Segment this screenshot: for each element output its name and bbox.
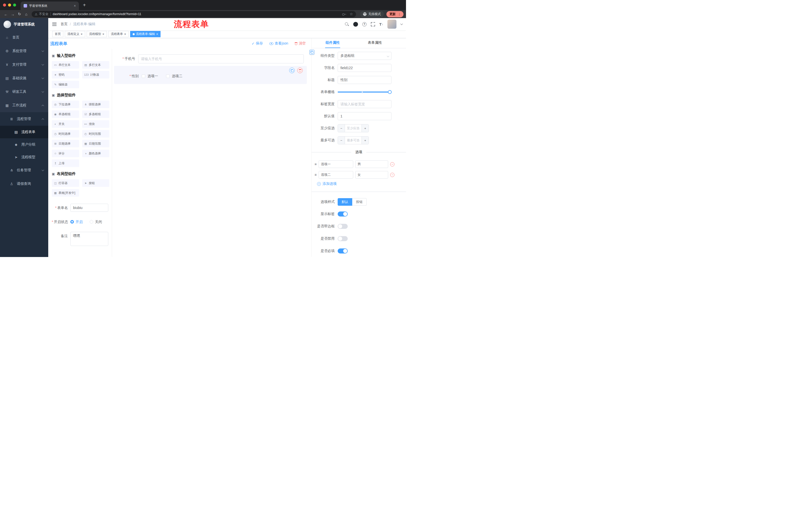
drag-handle-icon[interactable]: ≡ xyxy=(315,162,317,166)
sidebar-item-devtools[interactable]: ⚒ 研发工具 xyxy=(0,85,48,99)
phone-input[interactable] xyxy=(138,54,304,63)
style-default-button[interactable]: 默认 xyxy=(338,198,352,206)
home-browser-icon[interactable]: ⌂ xyxy=(23,11,30,17)
bookmark-star-icon[interactable]: ☆ xyxy=(350,12,353,16)
clear-button[interactable]: 清空 xyxy=(295,41,306,46)
update-button[interactable]: 更新 ⋮ xyxy=(386,11,404,17)
tab-component-properties[interactable]: 组件属性 xyxy=(312,38,354,48)
sidebar-item-workflow[interactable]: ▦ 工作流程 xyxy=(0,99,48,112)
canvas-field-gender-selected[interactable]: 性别 选项一 选项二 xyxy=(114,66,307,84)
sidebar-item-process-form[interactable]: ▤ 流程表单 xyxy=(0,126,48,138)
component-single-line-text[interactable]: ▭单行文本 xyxy=(52,61,79,69)
canvas-field-phone[interactable]: 手机号 xyxy=(114,54,307,63)
sidebar-item-task-management[interactable]: ⋔ 任务管理 xyxy=(0,163,48,177)
slider-handle[interactable] xyxy=(388,90,392,94)
tag-process-definition[interactable]: 流程定义 × xyxy=(65,31,85,37)
field-name-input[interactable] xyxy=(338,64,392,72)
password-key-icon[interactable] xyxy=(342,13,346,15)
copy-link-button[interactable] xyxy=(310,50,314,55)
search-icon[interactable] xyxy=(345,22,349,26)
decrease-button[interactable]: − xyxy=(338,137,345,144)
tab-close-icon[interactable]: × xyxy=(74,4,76,8)
component-password[interactable]: ∗密码 xyxy=(52,71,79,78)
component-rate[interactable]: ☆评分 xyxy=(52,150,79,157)
browser-menu-icon[interactable]: ⋮ xyxy=(398,12,401,16)
component-time-picker[interactable]: ◷时间选择 xyxy=(52,130,79,138)
label-width-input[interactable] xyxy=(338,100,392,108)
tag-close-icon[interactable]: × xyxy=(81,32,83,36)
gender-option-1-checkbox[interactable]: 选项一 xyxy=(142,74,158,78)
tag-home[interactable]: 首页 xyxy=(52,31,63,37)
status-off-radio[interactable]: 关闭 xyxy=(90,218,102,226)
github-icon[interactable] xyxy=(353,22,358,27)
component-checkbox-group[interactable]: ☑多选框组 xyxy=(82,110,110,118)
component-multi-line-text[interactable]: ▤多行文本 xyxy=(82,61,110,69)
component-upload[interactable]: ↥上传 xyxy=(52,159,79,167)
help-icon[interactable]: ? xyxy=(362,22,367,26)
component-switch[interactable]: ◐开关 xyxy=(52,120,79,128)
drag-handle-icon[interactable]: ≡ xyxy=(315,173,317,177)
remove-option-button[interactable]: − xyxy=(390,162,395,166)
gender-option-2-checkbox[interactable]: 选项二 xyxy=(166,74,182,78)
default-value-input[interactable] xyxy=(338,112,392,120)
component-row-container[interactable]: ◫行容器 xyxy=(52,179,79,187)
sidebar-logo[interactable]: 芋道管理系统 xyxy=(0,18,48,31)
sidebar-item-user-groups[interactable]: ☻ 用户分组 xyxy=(0,138,48,151)
breadcrumb-home[interactable]: 首页 xyxy=(61,22,67,26)
form-grid-slider[interactable] xyxy=(338,88,392,96)
component-cascader[interactable]: ⋔级联选择 xyxy=(82,101,110,108)
increase-button[interactable]: + xyxy=(361,125,369,132)
component-date-range[interactable]: ▦日期范围 xyxy=(82,140,110,147)
component-select[interactable]: ◎下拉选择 xyxy=(52,101,79,108)
add-option-button[interactable]: + 添加选项 xyxy=(317,182,392,186)
address-bar[interactable]: ⚠ 不安全 dashboard.yudao.iocoder.cn/bpm/man… xyxy=(32,11,356,17)
tag-process-form[interactable]: 流程表单 × xyxy=(108,31,128,37)
sidebar-item-payment[interactable]: ¥ 支付管理 xyxy=(0,58,48,72)
component-type-select[interactable] xyxy=(338,52,392,60)
sidebar-item-process-model[interactable]: ➤ 流程模型 xyxy=(0,151,48,163)
browser-tab[interactable]: 芋道管理系统 × xyxy=(21,1,79,10)
sidebar-item-home[interactable]: ⌂ 首页 xyxy=(0,31,48,44)
new-tab-button[interactable]: + xyxy=(83,2,86,7)
security-chip[interactable]: ⚠ 不安全 xyxy=(35,12,49,16)
zoom-window-button[interactable] xyxy=(13,3,16,6)
component-button[interactable]: ➤按钮 xyxy=(82,179,110,187)
minimize-window-button[interactable] xyxy=(8,3,11,6)
tag-close-icon[interactable]: × xyxy=(124,32,126,36)
back-icon[interactable]: ← xyxy=(2,11,9,17)
max-selected-value[interactable]: 最多可选 xyxy=(345,137,361,144)
delete-field-button[interactable] xyxy=(297,67,303,73)
forward-icon[interactable]: → xyxy=(9,11,16,17)
close-window-button[interactable] xyxy=(3,3,6,6)
option-value-input[interactable] xyxy=(355,171,388,179)
status-on-radio[interactable]: 开启 xyxy=(70,218,83,226)
disabled-switch[interactable] xyxy=(338,236,348,241)
reload-icon[interactable]: ↻ xyxy=(16,11,23,17)
sidebar-item-system[interactable]: ⚙ 系统管理 xyxy=(0,44,48,58)
copy-field-button[interactable] xyxy=(289,67,295,73)
border-switch[interactable] xyxy=(338,224,348,229)
option-value-input[interactable] xyxy=(355,160,388,168)
component-type-value[interactable] xyxy=(338,52,392,60)
sidebar-item-process-management[interactable]: ≣ 流程管理 xyxy=(0,112,48,126)
font-size-icon[interactable]: T↕ xyxy=(379,22,383,26)
fullscreen-icon[interactable] xyxy=(371,22,375,26)
component-editor[interactable]: ✎编辑器 xyxy=(52,81,79,88)
tag-close-icon[interactable]: × xyxy=(103,32,105,36)
form-name-input[interactable] xyxy=(70,204,108,212)
view-json-button[interactable]: 查看json xyxy=(269,41,288,46)
min-selected-value[interactable]: 至少应选 xyxy=(345,125,361,132)
component-table[interactable]: ▦表格[开发中] xyxy=(52,189,79,197)
style-button-button[interactable]: 按钮 xyxy=(352,198,367,206)
sidebar-item-infrastructure[interactable]: ▤ 基础设施 xyxy=(0,72,48,85)
sidebar-item-leave-query[interactable]: ♙ 请假查询 xyxy=(0,177,48,191)
decrease-button[interactable]: − xyxy=(338,125,345,132)
component-slider[interactable]: ⊷滑块 xyxy=(82,120,110,128)
option-label-input[interactable] xyxy=(319,171,353,179)
tag-process-form-edit[interactable]: 流程表单-编辑 × xyxy=(130,31,161,37)
component-time-range[interactable]: ◴时间范围 xyxy=(82,130,110,138)
component-counter[interactable]: 123计数器 xyxy=(82,71,110,78)
sidebar-toggle-button[interactable] xyxy=(48,23,61,26)
user-avatar[interactable] xyxy=(387,20,397,29)
tag-process-model[interactable]: 流程模型 × xyxy=(87,31,107,37)
